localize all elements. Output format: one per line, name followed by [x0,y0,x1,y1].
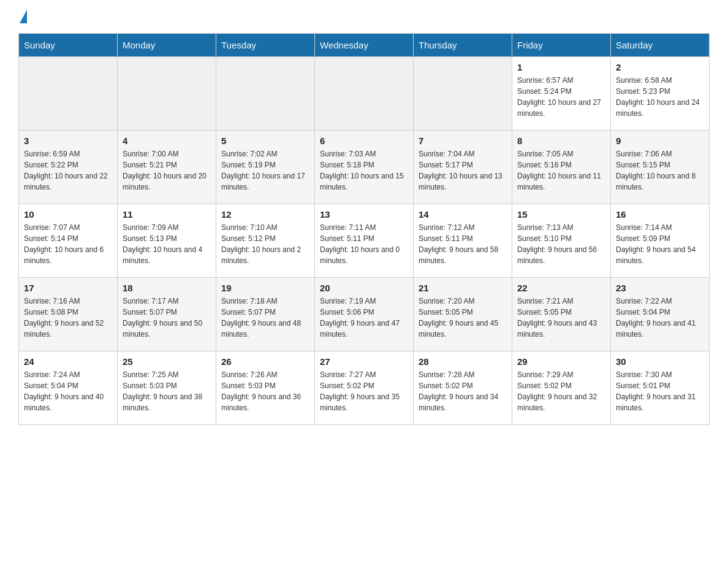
calendar-day-cell: 15Sunrise: 7:13 AMSunset: 5:10 PMDayligh… [512,204,611,278]
calendar-day-cell: 10Sunrise: 7:07 AMSunset: 5:14 PMDayligh… [19,204,118,278]
calendar-week-row: 24Sunrise: 7:24 AMSunset: 5:04 PMDayligh… [19,351,710,425]
calendar-day-cell: 14Sunrise: 7:12 AMSunset: 5:11 PMDayligh… [414,204,512,278]
calendar-day-cell: 6Sunrise: 7:03 AMSunset: 5:18 PMDaylight… [315,131,414,204]
calendar-day-cell: 13Sunrise: 7:11 AMSunset: 5:11 PMDayligh… [315,204,414,278]
day-info: Sunrise: 7:25 AMSunset: 5:03 PMDaylight:… [123,369,211,413]
day-number: 15 [517,209,605,220]
day-number: 17 [24,283,112,293]
day-number: 1 [517,62,605,72]
logo [18,12,27,21]
day-info: Sunrise: 7:04 AMSunset: 5:17 PMDaylight:… [419,148,507,193]
weekday-header-tuesday: Tuesday [216,34,315,57]
day-number: 12 [221,209,309,220]
calendar-day-cell: 26Sunrise: 7:26 AMSunset: 5:03 PMDayligh… [216,351,315,425]
day-info: Sunrise: 7:28 AMSunset: 5:02 PMDaylight:… [419,369,507,413]
day-info: Sunrise: 7:02 AMSunset: 5:19 PMDaylight:… [221,148,309,193]
calendar-day-cell: 17Sunrise: 7:16 AMSunset: 5:08 PMDayligh… [19,278,118,351]
calendar-day-cell: 27Sunrise: 7:27 AMSunset: 5:02 PMDayligh… [315,351,414,425]
day-info: Sunrise: 7:21 AMSunset: 5:05 PMDaylight:… [517,296,605,340]
day-info: Sunrise: 7:10 AMSunset: 5:12 PMDaylight:… [221,222,309,266]
day-info: Sunrise: 6:59 AMSunset: 5:22 PMDaylight:… [24,148,112,193]
calendar-day-cell: 19Sunrise: 7:18 AMSunset: 5:07 PMDayligh… [216,278,315,351]
day-number: 8 [517,136,605,146]
logo-triangle-icon [20,10,27,23]
calendar-day-cell: 1Sunrise: 6:57 AMSunset: 5:24 PMDaylight… [512,57,611,131]
day-number: 27 [320,356,408,367]
calendar-day-cell: 22Sunrise: 7:21 AMSunset: 5:05 PMDayligh… [512,278,611,351]
calendar-day-cell: 9Sunrise: 7:06 AMSunset: 5:15 PMDaylight… [611,131,710,204]
day-info: Sunrise: 7:24 AMSunset: 5:04 PMDaylight:… [24,369,112,413]
day-info: Sunrise: 7:06 AMSunset: 5:15 PMDaylight:… [616,148,704,193]
calendar-day-cell: 16Sunrise: 7:14 AMSunset: 5:09 PMDayligh… [611,204,710,278]
day-info: Sunrise: 7:29 AMSunset: 5:02 PMDaylight:… [517,369,605,413]
calendar-week-row: 10Sunrise: 7:07 AMSunset: 5:14 PMDayligh… [19,204,710,278]
day-number: 21 [419,283,507,293]
page-header [18,12,710,21]
calendar-day-cell: 20Sunrise: 7:19 AMSunset: 5:06 PMDayligh… [315,278,414,351]
weekday-header-friday: Friday [512,34,611,57]
day-number: 10 [24,209,112,220]
calendar-week-row: 1Sunrise: 6:57 AMSunset: 5:24 PMDaylight… [19,57,710,131]
day-info: Sunrise: 7:07 AMSunset: 5:14 PMDaylight:… [24,222,112,266]
calendar-day-cell: 3Sunrise: 6:59 AMSunset: 5:22 PMDaylight… [19,131,118,204]
day-number: 13 [320,209,408,220]
weekday-header-wednesday: Wednesday [315,34,414,57]
day-info: Sunrise: 7:14 AMSunset: 5:09 PMDaylight:… [616,222,704,266]
day-number: 14 [419,209,507,220]
day-info: Sunrise: 7:03 AMSunset: 5:18 PMDaylight:… [320,148,408,193]
day-number: 23 [616,283,704,293]
day-info: Sunrise: 7:16 AMSunset: 5:08 PMDaylight:… [24,296,112,340]
calendar-week-row: 3Sunrise: 6:59 AMSunset: 5:22 PMDaylight… [19,131,710,204]
calendar-day-cell: 18Sunrise: 7:17 AMSunset: 5:07 PMDayligh… [118,278,216,351]
calendar-day-cell [19,57,118,131]
day-number: 5 [221,136,309,146]
day-info: Sunrise: 7:22 AMSunset: 5:04 PMDaylight:… [616,296,704,340]
day-info: Sunrise: 7:27 AMSunset: 5:02 PMDaylight:… [320,369,408,413]
day-info: Sunrise: 7:11 AMSunset: 5:11 PMDaylight:… [320,222,408,266]
day-number: 30 [616,356,704,367]
calendar-day-cell [414,57,512,131]
day-number: 29 [517,356,605,367]
day-number: 18 [123,283,211,293]
calendar-day-cell: 29Sunrise: 7:29 AMSunset: 5:02 PMDayligh… [512,351,611,425]
day-number: 25 [123,356,211,367]
day-number: 26 [221,356,309,367]
day-info: Sunrise: 7:18 AMSunset: 5:07 PMDaylight:… [221,296,309,340]
day-number: 2 [616,62,704,72]
calendar-day-cell [216,57,315,131]
day-number: 19 [221,283,309,293]
calendar-day-cell: 25Sunrise: 7:25 AMSunset: 5:03 PMDayligh… [118,351,216,425]
day-number: 9 [616,136,704,146]
day-number: 7 [419,136,507,146]
calendar-day-cell [118,57,216,131]
day-info: Sunrise: 6:57 AMSunset: 5:24 PMDaylight:… [517,75,605,119]
calendar-day-cell: 7Sunrise: 7:04 AMSunset: 5:17 PMDaylight… [414,131,512,204]
day-number: 16 [616,209,704,220]
calendar-day-cell: 5Sunrise: 7:02 AMSunset: 5:19 PMDaylight… [216,131,315,204]
calendar-day-cell: 21Sunrise: 7:20 AMSunset: 5:05 PMDayligh… [414,278,512,351]
day-number: 24 [24,356,112,367]
weekday-header-row: SundayMondayTuesdayWednesdayThursdayFrid… [19,34,710,57]
day-info: Sunrise: 7:30 AMSunset: 5:01 PMDaylight:… [616,369,704,413]
day-info: Sunrise: 7:20 AMSunset: 5:05 PMDaylight:… [419,296,507,340]
day-number: 20 [320,283,408,293]
day-info: Sunrise: 7:13 AMSunset: 5:10 PMDaylight:… [517,222,605,266]
calendar-day-cell: 8Sunrise: 7:05 AMSunset: 5:16 PMDaylight… [512,131,611,204]
day-info: Sunrise: 7:26 AMSunset: 5:03 PMDaylight:… [221,369,309,413]
day-number: 4 [123,136,211,146]
day-number: 22 [517,283,605,293]
day-info: Sunrise: 7:09 AMSunset: 5:13 PMDaylight:… [123,222,211,266]
weekday-header-monday: Monday [118,34,216,57]
day-info: Sunrise: 7:17 AMSunset: 5:07 PMDaylight:… [123,296,211,340]
day-number: 6 [320,136,408,146]
calendar-week-row: 17Sunrise: 7:16 AMSunset: 5:08 PMDayligh… [19,278,710,351]
calendar-day-cell [315,57,414,131]
day-number: 11 [123,209,211,220]
calendar-day-cell: 23Sunrise: 7:22 AMSunset: 5:04 PMDayligh… [611,278,710,351]
weekday-header-sunday: Sunday [19,34,118,57]
calendar-table: SundayMondayTuesdayWednesdayThursdayFrid… [18,33,710,425]
calendar-day-cell: 4Sunrise: 7:00 AMSunset: 5:21 PMDaylight… [118,131,216,204]
weekday-header-thursday: Thursday [414,34,512,57]
weekday-header-saturday: Saturday [611,34,710,57]
day-info: Sunrise: 7:12 AMSunset: 5:11 PMDaylight:… [419,222,507,266]
